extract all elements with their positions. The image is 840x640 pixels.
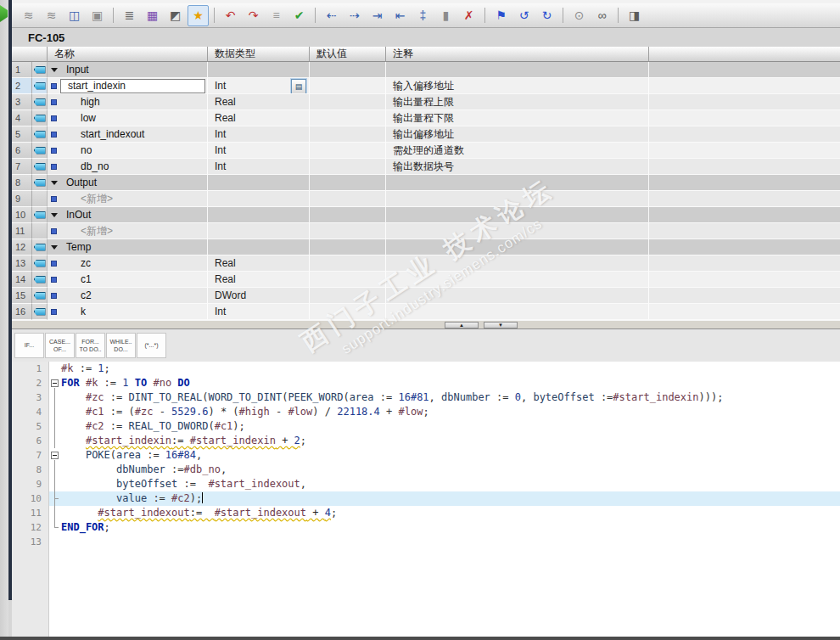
table-row[interactable]: 14c1Real: [12, 272, 840, 288]
code-line[interactable]: 8 dbNumber :=#db_no,: [12, 463, 840, 477]
snippet-for-button[interactable]: FOR...TO DO..: [76, 333, 105, 358]
header-default-value[interactable]: 默认值: [310, 47, 386, 62]
fold-margin[interactable]: [49, 463, 61, 477]
fold-margin[interactable]: [49, 448, 61, 463]
snippet-case-button[interactable]: CASE...OF...: [45, 333, 75, 358]
table-row[interactable]: 3highReal输出量程上限: [12, 94, 840, 110]
scl-code-editor[interactable]: 1#k := 1;2FOR #k := 1 TO #no DO3 #zc := …: [12, 362, 840, 637]
fold-margin[interactable]: [49, 390, 61, 405]
code-line[interactable]: 10 value := #c2);: [12, 491, 840, 506]
table-row[interactable]: 15c2DWord: [12, 288, 840, 304]
splitter-down-button[interactable]: ▼: [484, 322, 518, 328]
renumber-icon[interactable]: ‡: [412, 5, 434, 26]
comment-cell[interactable]: [386, 304, 649, 320]
name-cell[interactable]: start_indexin: [48, 78, 208, 94]
bookmark-icon[interactable]: ⚑: [490, 5, 512, 26]
table-row[interactable]: 9<新增>: [12, 191, 840, 207]
code-text[interactable]: value := #c2);: [61, 491, 840, 506]
undo-call-icon[interactable]: ↶: [220, 5, 241, 26]
name-cell[interactable]: zc: [48, 255, 208, 272]
data-type-cell[interactable]: [208, 191, 310, 207]
comment-cell[interactable]: [386, 239, 649, 255]
comment-cell[interactable]: [386, 288, 649, 304]
data-type-cell[interactable]: Int: [208, 159, 310, 175]
default-value-cell[interactable]: [310, 255, 386, 272]
code-line[interactable]: 7 POKE(area := 16#84,: [12, 448, 840, 463]
data-type-cell[interactable]: [208, 62, 310, 78]
default-value-cell[interactable]: [310, 159, 386, 175]
comment-cell[interactable]: 输入偏移地址: [386, 78, 649, 94]
name-cell[interactable]: <新增>: [48, 223, 208, 239]
name-cell[interactable]: db_no: [48, 159, 208, 175]
fold-margin[interactable]: [49, 506, 61, 520]
data-type-cell[interactable]: Real: [208, 272, 310, 288]
splitter-up-button[interactable]: ▲: [445, 322, 479, 328]
code-text[interactable]: dbNumber :=#db_no,: [61, 463, 840, 477]
comment-cell[interactable]: 输出偏移地址: [386, 126, 649, 143]
data-type-cell[interactable]: DWord: [208, 288, 310, 304]
collapse-triangle-icon[interactable]: [51, 68, 58, 72]
comment-cell[interactable]: [386, 223, 649, 239]
data-type-cell[interactable]: [208, 207, 310, 223]
collapse-folds-icon[interactable]: ⇠: [321, 5, 342, 26]
data-type-cell[interactable]: Real: [208, 110, 310, 126]
code-text[interactable]: #c2 := REAL_TO_DWORD(#c1);: [61, 419, 840, 434]
default-value-cell[interactable]: [310, 304, 386, 320]
redo-call-icon[interactable]: ↷: [243, 5, 264, 26]
default-value-cell[interactable]: [310, 272, 386, 288]
table-row[interactable]: 11<新增>: [12, 223, 840, 239]
default-value-cell[interactable]: [310, 110, 386, 126]
outdent-icon[interactable]: ⇤: [389, 5, 411, 26]
find-replace-icon[interactable]: ⊙: [568, 5, 590, 26]
comment-cell[interactable]: 输出量程下限: [386, 110, 649, 126]
format-lines-icon[interactable]: ≡: [266, 5, 287, 26]
data-type-cell[interactable]: [208, 223, 310, 239]
previous-position-icon[interactable]: ↺: [513, 5, 535, 26]
fold-margin[interactable]: [49, 405, 61, 419]
default-value-cell[interactable]: [310, 207, 386, 223]
table-row[interactable]: 1Input: [12, 62, 840, 78]
code-line[interactable]: 13: [12, 535, 840, 549]
table-row[interactable]: 16kInt: [12, 304, 840, 320]
default-value-cell[interactable]: [310, 143, 386, 159]
code-text[interactable]: byteOffset := #start_indexout,: [61, 477, 840, 491]
header-name[interactable]: 名称: [48, 47, 208, 62]
code-text[interactable]: #start_indexin:= #start_indexin + 2;: [61, 434, 840, 448]
comment-cell[interactable]: [386, 207, 649, 223]
default-value-cell[interactable]: [310, 288, 386, 304]
name-edit-field[interactable]: start_indexin: [60, 79, 205, 93]
absolute-operands-icon[interactable]: ◩: [165, 5, 186, 26]
fold-margin[interactable]: [49, 362, 61, 376]
code-line[interactable]: 6 #start_indexin:= #start_indexin + 2;: [12, 434, 840, 448]
name-cell[interactable]: Output: [48, 175, 208, 191]
consistency-check-icon[interactable]: ✔: [288, 5, 310, 26]
data-type-cell[interactable]: Real: [208, 255, 310, 272]
code-text[interactable]: END_FOR;: [61, 520, 840, 535]
name-cell[interactable]: start_indexout: [48, 126, 208, 143]
data-type-cell[interactable]: Real: [208, 94, 310, 110]
indent-icon[interactable]: ⇥: [367, 5, 388, 26]
header-comment[interactable]: 注释: [386, 47, 649, 62]
default-value-cell[interactable]: [310, 126, 386, 143]
table-row[interactable]: 2start_indexinInt▤输入偏移地址: [12, 78, 840, 94]
snippet-while-button[interactable]: WHILE..DO...: [106, 333, 136, 358]
remove-marks-icon[interactable]: ✗: [458, 5, 479, 26]
fold-margin[interactable]: [49, 434, 61, 448]
snippet-if-button[interactable]: IF...: [14, 333, 44, 358]
comment-cell[interactable]: [386, 175, 649, 191]
name-cell[interactable]: Temp: [48, 239, 208, 255]
table-row[interactable]: 6noInt需处理的通道数: [12, 143, 840, 159]
pane-splitter[interactable]: ▲ ▼: [12, 320, 840, 329]
code-line[interactable]: 9 byteOffset := #start_indexout,: [12, 477, 840, 491]
open-block-icon[interactable]: ◫: [64, 5, 85, 26]
table-row[interactable]: 4lowReal输出量程下限: [12, 110, 840, 126]
insert-empty-box-icon[interactable]: ≋: [41, 5, 62, 26]
collapse-triangle-icon[interactable]: [51, 245, 58, 250]
name-cell[interactable]: <新增>: [48, 191, 208, 207]
table-row[interactable]: 13zcReal: [12, 255, 840, 272]
code-line[interactable]: 3 #zc := DINT_TO_REAL(WORD_TO_DINT(PEEK_…: [12, 390, 840, 405]
name-cell[interactable]: c2: [48, 288, 208, 304]
table-row[interactable]: 12Temp: [12, 239, 840, 255]
fold-margin[interactable]: [49, 535, 61, 549]
name-cell[interactable]: k: [48, 304, 208, 320]
